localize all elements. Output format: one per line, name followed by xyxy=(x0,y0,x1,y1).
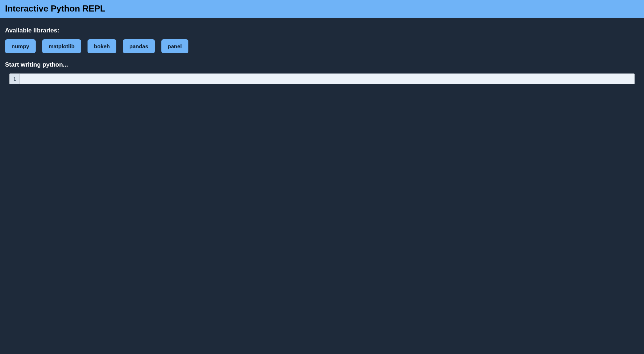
line-number-gutter: 1 xyxy=(10,74,20,84)
code-editor[interactable]: 1 xyxy=(9,73,635,84)
library-buttons-row: numpy matplotlib bokeh pandas panel xyxy=(5,39,639,53)
editor-container: 1 xyxy=(9,73,635,84)
app-header: Interactive Python REPL xyxy=(0,0,644,19)
app-title: Interactive Python REPL xyxy=(5,4,106,13)
libraries-label: Available libraries: xyxy=(5,27,639,34)
library-button-matplotlib[interactable]: matplotlib xyxy=(42,39,81,53)
code-input[interactable] xyxy=(20,74,634,84)
library-button-bokeh[interactable]: bokeh xyxy=(88,39,116,53)
main-content: Available libraries: numpy matplotlib bo… xyxy=(0,19,644,89)
library-button-numpy[interactable]: numpy xyxy=(5,39,36,53)
library-button-pandas[interactable]: pandas xyxy=(123,39,155,53)
library-button-panel[interactable]: panel xyxy=(161,39,188,53)
prompt-label: Start writing python... xyxy=(5,61,639,68)
